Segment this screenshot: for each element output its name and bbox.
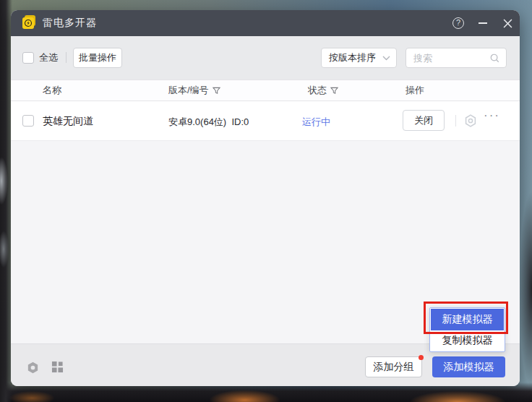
chevron-down-icon xyxy=(382,56,390,61)
row-settings-gear-icon[interactable] xyxy=(463,114,478,131)
add-group-button[interactable]: 添加分组 xyxy=(365,356,422,377)
help-icon: ? xyxy=(452,17,464,29)
row-action-divider xyxy=(455,115,456,127)
column-header-name: 名称 xyxy=(43,84,61,97)
filter-icon[interactable] xyxy=(330,87,338,95)
titlebar: 雷电多开器 ? xyxy=(11,10,520,36)
grid-view-icon[interactable] xyxy=(51,361,64,373)
column-header-version: 版本/编号 xyxy=(168,84,220,97)
help-button[interactable]: ? xyxy=(446,10,471,36)
select-all-checkbox[interactable] xyxy=(22,52,34,64)
emulator-row[interactable]: 英雄无间道 安卓9.0(64位) ID:0 运行中 关闭 ··· xyxy=(11,101,520,141)
minimize-icon xyxy=(479,22,487,24)
add-emulator-button[interactable]: 添加模拟器 xyxy=(432,356,505,377)
row-checkbox[interactable] xyxy=(22,115,34,127)
search-box xyxy=(406,48,507,68)
close-emulator-button[interactable]: 关闭 xyxy=(403,110,445,131)
toolbar-divider xyxy=(66,52,66,63)
batch-operations-button[interactable]: 批量操作 xyxy=(73,48,122,68)
close-icon xyxy=(503,19,512,28)
minimize-button[interactable] xyxy=(471,10,495,36)
sort-dropdown-value: 按版本排序 xyxy=(329,51,376,64)
filter-icon[interactable] xyxy=(213,87,220,95)
row-more-ellipsis-icon[interactable]: ··· xyxy=(484,108,500,123)
search-icon xyxy=(489,53,500,64)
sort-dropdown[interactable]: 按版本排序 xyxy=(321,48,397,68)
window-title: 雷电多开器 xyxy=(43,17,97,30)
emulator-status: 运行中 xyxy=(302,116,330,129)
column-header-action: 操作 xyxy=(406,84,424,97)
search-input[interactable] xyxy=(406,53,489,64)
table-header: 名称 版本/编号 状态 操作 xyxy=(11,80,520,101)
annotation-highlight-box xyxy=(424,302,508,334)
notification-dot xyxy=(419,355,424,360)
close-button[interactable] xyxy=(495,10,520,36)
app-window: 雷电多开器 ? 全选 批量操作 按版本排序 xyxy=(11,10,520,386)
settings-nut-icon[interactable] xyxy=(26,361,40,375)
column-header-status: 状态 xyxy=(308,84,338,97)
emulator-version: 安卓9.0(64位) ID:0 xyxy=(168,116,249,129)
select-all-label: 全选 xyxy=(39,51,58,64)
emulator-name: 英雄无间道 xyxy=(43,115,93,128)
app-logo-lightning-icon xyxy=(22,17,35,30)
